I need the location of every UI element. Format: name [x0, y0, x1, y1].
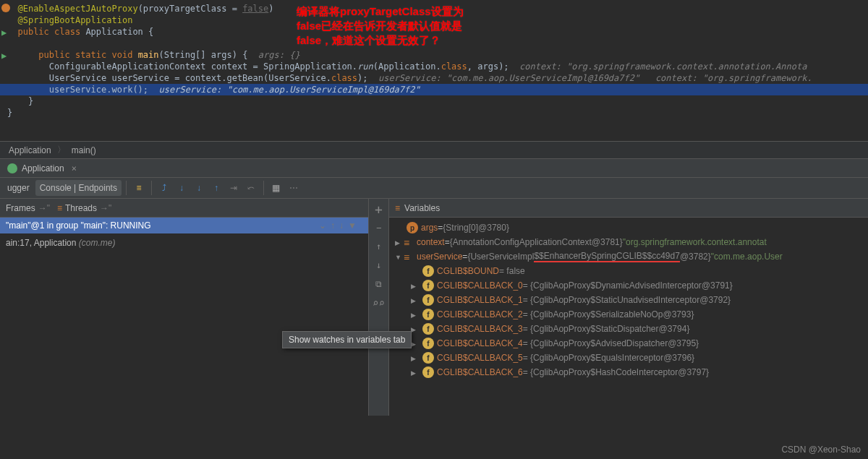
expand-icon[interactable] [411, 309, 420, 319]
variable-row[interactable]: fCGLIB$CALLBACK_4 = {CglibAopProxy$Advis… [389, 336, 868, 351]
thread-selector[interactable]: "main"@1 in group "main": RUNNING ⌄ ↑ ↓ … [0, 218, 368, 233]
expand-icon[interactable] [411, 324, 420, 334]
variable-row[interactable]: fCGLIB$CALLBACK_6 = {CglibAopProxy$HashC… [389, 365, 868, 379]
field-icon: f [422, 280, 434, 291]
tooltip: Show watches in variables tab [282, 331, 412, 348]
variable-row[interactable]: fCGLIB$CALLBACK_5 = {CglibAopProxy$Equal… [389, 351, 868, 365]
field-icon: f [422, 265, 434, 277]
breadcrumb-method[interactable]: main() [72, 145, 96, 155]
breadcrumb-class[interactable]: Application [9, 145, 51, 155]
field-icon: f [422, 352, 434, 364]
copy-icon[interactable]: ⧉ [372, 277, 386, 291]
debugger-tab[interactable]: ugger [3, 180, 34, 196]
field-icon: f [422, 338, 434, 349]
run-config-icon [7, 163, 17, 173]
step-icon[interactable]: ≡ [131, 180, 147, 196]
run-to-cursor-icon[interactable]: ⇥ [226, 180, 242, 196]
collapse-icon[interactable] [395, 252, 404, 262]
run-gutter-icon[interactable]: ▶ [1, 50, 10, 59]
breadcrumb[interactable]: Application 〉 main() [0, 141, 868, 158]
step-into-icon[interactable]: ↓ [174, 180, 190, 196]
prev-frame-icon[interactable]: ↑ [331, 220, 335, 231]
expand-icon[interactable] [411, 338, 420, 348]
annotation: @SpringBootApplication [17, 15, 132, 25]
field-icon: f [422, 294, 434, 306]
console-tab[interactable]: Console | Endpoints [35, 180, 122, 196]
glasses-icon[interactable]: ⌕⌕ [372, 296, 386, 310]
remove-watch-icon[interactable]: − [372, 220, 386, 235]
variable-row[interactable]: userService = {UserServiceImpl$$Enhancer… [389, 249, 868, 264]
current-execution-line[interactable]: userService.work(); userService: "com.me… [0, 84, 868, 95]
trace-icon[interactable]: ⋯ [286, 180, 302, 196]
expand-icon[interactable] [411, 353, 420, 363]
up-icon[interactable]: ↑ [372, 239, 386, 254]
annotation: @EnableAspectJAutoProxy [17, 4, 137, 14]
run-tab-title[interactable]: Application [22, 163, 64, 173]
add-watch-icon[interactable]: + [372, 202, 386, 216]
expand-icon[interactable] [411, 295, 420, 305]
evaluate-icon[interactable]: ▦ [268, 180, 284, 196]
field-icon: f [422, 323, 434, 335]
frames-tab[interactable]: Frames →" [6, 203, 50, 213]
object-icon [404, 252, 414, 262]
variable-row[interactable]: fCGLIB$CALLBACK_2 = {CglibAopProxy$Seria… [389, 307, 868, 322]
variables-panel: ≡ Variables p args = {String[0]@3780} co… [389, 199, 868, 416]
run-tab-bar: Application × [0, 158, 868, 177]
chevron-down-icon[interactable]: ⌄ [319, 220, 326, 231]
expand-icon[interactable] [411, 280, 420, 291]
down-icon[interactable]: ↓ [372, 258, 386, 273]
user-annotation-overlay: 编译器将proxyTargetClass设置为 false已经在告诉开发者默认值… [297, 4, 464, 48]
variable-row[interactable]: fCGLIB$CALLBACK_1 = {CglibAopProxy$Stati… [389, 293, 868, 307]
list-icon: ≡ [395, 203, 400, 213]
variable-row[interactable]: fCGLIB$CALLBACK_0 = {CglibAopProxy$Dynam… [389, 278, 868, 293]
variable-row[interactable]: context = {AnnotationConfigApplicationCo… [389, 235, 868, 249]
variables-title: Variables [404, 203, 440, 213]
watermark: CSDN @Xeon-Shao [781, 445, 861, 455]
drop-frame-icon[interactable]: ⤺ [243, 180, 259, 196]
annotation-icon [1, 4, 10, 12]
expand-icon[interactable] [395, 237, 404, 247]
stack-frame[interactable]: ain:17, Application (com.me) [0, 233, 368, 252]
field-icon: f [422, 309, 434, 320]
variable-row[interactable]: p args = {String[0]@3780} [389, 220, 868, 235]
debug-toolbar: ugger Console | Endpoints ≡ ⤴ ↓ ↓ ↑ ⇥ ⤺ … [0, 177, 868, 199]
filter-icon[interactable]: ▼ [348, 220, 357, 231]
frames-panel: Frames →" ≡ Threads →" "main"@1 in group… [0, 199, 369, 416]
expand-icon[interactable] [411, 367, 420, 377]
variable-row[interactable]: fCGLIB$CALLBACK_3 = {CglibAopProxy$Stati… [389, 322, 868, 336]
param-icon: p [407, 222, 418, 233]
variable-row[interactable]: fCGLIB$BOUND = false [389, 264, 868, 278]
object-icon [404, 237, 414, 247]
force-step-into-icon[interactable]: ↓ [191, 180, 207, 196]
step-out-icon[interactable]: ↑ [208, 180, 224, 196]
variables-toolbar: + − ↑ ↓ ⧉ ⌕⌕ [369, 199, 389, 416]
run-gutter-icon[interactable]: ▶ [1, 27, 10, 35]
close-icon[interactable]: × [72, 163, 77, 173]
step-over-icon[interactable]: ⤴ [156, 180, 172, 196]
next-frame-icon[interactable]: ↓ [339, 220, 344, 231]
chevron-right-icon: 〉 [57, 144, 66, 156]
threads-tab[interactable]: ≡ Threads →" [57, 203, 111, 213]
field-icon: f [422, 366, 434, 378]
